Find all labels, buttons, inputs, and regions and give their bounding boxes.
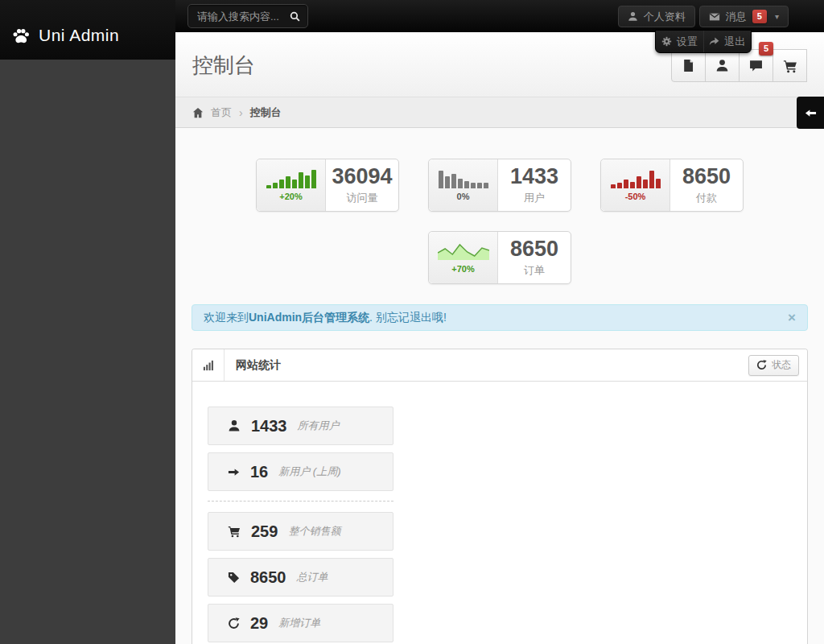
comments-badge: 5 xyxy=(759,42,773,56)
gear-icon xyxy=(661,36,672,47)
caret-down-icon: ▾ xyxy=(775,12,779,21)
messages-button[interactable]: 消息 5 ▾ xyxy=(699,6,789,27)
item-value: 1433 xyxy=(251,417,287,436)
breadcrumb: 首页 › 控制台 xyxy=(175,97,824,128)
status-refresh-button[interactable]: 状态 xyxy=(748,355,799,376)
tag-icon xyxy=(228,572,240,584)
search-input[interactable] xyxy=(196,10,285,23)
mini-area-chart xyxy=(438,242,489,261)
stat-tile-visits[interactable]: +20% 36094 访问量 xyxy=(256,159,399,212)
page-title: 控制台 xyxy=(192,52,255,80)
item-label: 新增订单 xyxy=(278,616,320,630)
profile-label: 个人资料 xyxy=(644,10,686,24)
messages-badge: 5 xyxy=(752,10,767,23)
list-item-total-orders[interactable]: 8650 总订单 xyxy=(208,558,393,597)
topbar-actions: 个人资料 消息 5 ▾ xyxy=(618,6,789,27)
cart-icon xyxy=(228,525,241,538)
item-label: 总订单 xyxy=(297,570,328,584)
item-value: 29 xyxy=(250,614,268,633)
stat-label: 用户 xyxy=(524,191,545,205)
item-label: 新用户 (上周) xyxy=(278,464,340,479)
stat-value: 8650 xyxy=(510,238,558,260)
item-label: 所有用户 xyxy=(298,419,340,433)
paw-icon xyxy=(11,26,31,45)
breadcrumb-current: 控制台 xyxy=(250,105,282,120)
users-button[interactable] xyxy=(705,49,740,82)
file-icon xyxy=(682,59,695,72)
stat-label: 访问量 xyxy=(347,191,378,205)
orders-button[interactable] xyxy=(772,49,807,82)
mini-bar-chart xyxy=(611,169,661,188)
chevron-right-icon: › xyxy=(239,106,243,119)
stat-tiles-row-1: +20% 36094 访问量 0% 1433 用户 xyxy=(192,159,808,212)
quick-icon-group: 5 xyxy=(672,49,807,82)
sidebar xyxy=(0,60,175,644)
mail-icon xyxy=(709,11,720,23)
logout-menu-item[interactable]: 退出 xyxy=(703,31,752,52)
stat-tile-orders[interactable]: +70% 8650 订单 xyxy=(428,231,571,284)
search-icon[interactable] xyxy=(290,11,300,22)
mini-bar-chart xyxy=(266,169,316,188)
user-icon xyxy=(628,11,638,22)
stat-value: 36094 xyxy=(332,166,392,188)
documents-button[interactable] xyxy=(671,49,706,82)
trend-percent: 0% xyxy=(457,192,470,201)
logout-label: 退出 xyxy=(724,35,745,49)
panel-body: 1433 所有用户 16 新用户 (上周) 259 整个销售额 8650 xyxy=(192,382,807,642)
refresh-icon xyxy=(756,360,767,370)
alert-text: 欢迎来到UniAdmin后台管理系统. 别忘记退出哦! xyxy=(204,311,447,325)
list-item-new-users[interactable]: 16 新用户 (上周) xyxy=(208,452,393,491)
profile-button[interactable]: 个人资料 xyxy=(618,6,695,27)
list-item-all-users[interactable]: 1433 所有用户 xyxy=(208,407,393,445)
breadcrumb-home-link[interactable]: 首页 xyxy=(211,105,232,120)
cart-icon xyxy=(783,59,797,73)
trend-percent: -50% xyxy=(625,192,646,201)
refresh-icon xyxy=(228,617,240,630)
stat-label: 付款 xyxy=(696,191,717,205)
stat-value: 8650 xyxy=(682,166,731,188)
welcome-alert: 欢迎来到UniAdmin后台管理系统. 别忘记退出哦! × xyxy=(192,304,808,331)
mini-bar-chart xyxy=(439,169,488,188)
home-icon[interactable] xyxy=(192,107,204,118)
user-icon xyxy=(715,59,729,72)
stat-label: 订单 xyxy=(524,263,545,278)
list-item-new-orders[interactable]: 29 新增订单 xyxy=(208,604,393,642)
comment-icon xyxy=(749,59,763,72)
settings-menu-item[interactable]: 设置 xyxy=(656,31,703,52)
item-label: 整个销售额 xyxy=(288,524,340,539)
logout-arrow-icon xyxy=(709,36,719,47)
item-value: 8650 xyxy=(250,568,286,587)
collapse-back-button[interactable] xyxy=(797,97,824,129)
brand-name: Uni Admin xyxy=(39,26,119,45)
item-value: 16 xyxy=(250,463,268,481)
site-stats-panel: 网站统计 状态 1433 所有用户 16 新用户 (上周) xyxy=(192,349,808,644)
close-icon[interactable]: × xyxy=(788,311,796,324)
arrow-right-icon xyxy=(228,466,240,478)
main-area: 控制台 5 首页 › 控制台 xyxy=(175,32,824,644)
item-value: 259 xyxy=(251,522,278,541)
messages-label: 消息 xyxy=(726,10,747,24)
stat-tiles-row-2: +70% 8650 订单 xyxy=(192,231,808,284)
status-label: 状态 xyxy=(772,358,791,372)
settings-label: 设置 xyxy=(677,35,698,49)
dashed-divider xyxy=(208,501,393,502)
arrow-left-icon xyxy=(805,107,817,119)
stat-tile-users[interactable]: 0% 1433 用户 xyxy=(428,159,571,212)
trend-percent: +70% xyxy=(451,264,474,274)
panel-title: 网站统计 xyxy=(236,358,281,373)
brand-logo[interactable]: Uni Admin xyxy=(0,0,175,60)
content: +20% 36094 访问量 0% 1433 用户 xyxy=(175,159,824,644)
trend-percent: +20% xyxy=(279,192,302,201)
stat-value: 1433 xyxy=(510,166,558,188)
search-box[interactable] xyxy=(187,4,308,28)
user-dropdown-menu: 设置 退出 xyxy=(655,30,752,53)
user-icon xyxy=(228,419,241,432)
stat-tile-payments[interactable]: -50% 8650 付款 xyxy=(600,159,744,212)
signal-bars-icon xyxy=(203,360,214,371)
panel-header: 网站统计 状态 xyxy=(192,349,807,382)
list-item-total-sales[interactable]: 259 整个销售额 xyxy=(208,512,393,551)
